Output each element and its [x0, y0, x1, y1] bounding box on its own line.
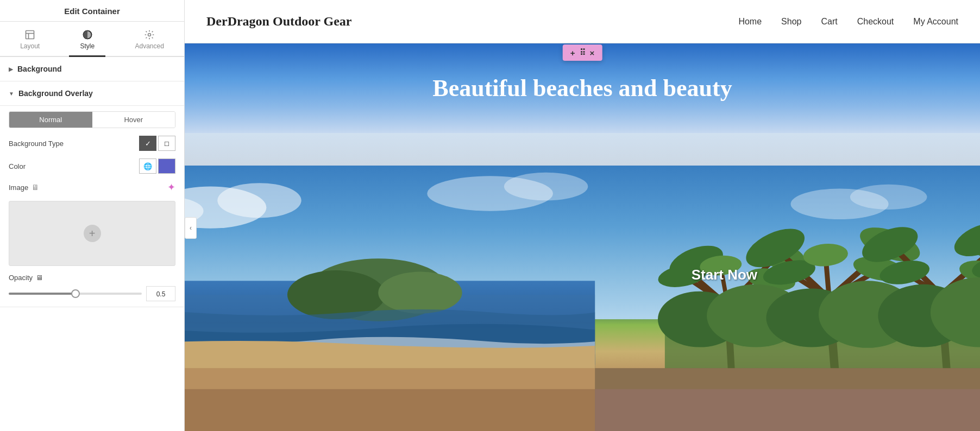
opacity-slider-track[interactable]: [9, 293, 142, 295]
svg-rect-20: [185, 389, 595, 431]
layout-icon: [24, 29, 35, 40]
background-overlay-content: Normal Hover Background Type ✓ □ Color 🌐…: [0, 106, 184, 307]
floating-toolbar: + ⠿ ×: [563, 45, 602, 61]
panel-collapse-toggle[interactable]: ‹: [185, 217, 197, 239]
beach-hero-section: Start Now: [185, 166, 980, 431]
opacity-monitor-icon: 🖥: [36, 274, 43, 282]
background-type-buttons: ✓ □: [139, 136, 175, 151]
tab-advanced-label: Advanced: [135, 42, 164, 50]
site-logo: DerDragon Outdoor Gear: [206, 14, 352, 29]
background-type-label: Background Type: [9, 140, 64, 148]
svg-rect-71: [595, 389, 980, 431]
state-tab-toggle: Normal Hover: [9, 111, 175, 128]
nav-checkout[interactable]: Checkout: [857, 17, 894, 27]
upload-plus-icon: +: [84, 225, 101, 242]
image-label-text: Image: [9, 183, 28, 192]
background-overlay-arrow: ▼: [9, 91, 14, 97]
image-monitor-icon: 🖥: [32, 183, 39, 192]
tab-layout[interactable]: Layout: [9, 26, 51, 57]
color-label: Color: [9, 162, 26, 170]
nav-shop[interactable]: Shop: [781, 17, 801, 27]
left-panel: Edit Container Layout Style: [0, 0, 185, 431]
background-section-label: Background: [17, 65, 62, 73]
svg-point-8: [217, 183, 301, 218]
background-type-row: Background Type ✓ □: [9, 136, 175, 151]
svg-rect-0: [26, 31, 34, 39]
color-preview-swatch[interactable]: [158, 159, 175, 174]
panel-title: Edit Container: [0, 0, 184, 22]
site-nav: DerDragon Outdoor Gear Home Shop Cart Ch…: [185, 0, 980, 43]
tab-style-label: Style: [80, 42, 95, 50]
nav-cart[interactable]: Cart: [821, 17, 837, 27]
toolbar-close-icon[interactable]: ×: [590, 48, 595, 58]
ai-magic-icon[interactable]: ✦: [167, 181, 175, 193]
opacity-label: Opacity 🖥: [9, 274, 43, 282]
type-btn-classic[interactable]: ✓: [139, 136, 156, 151]
nav-home[interactable]: Home: [738, 17, 762, 27]
tab-style[interactable]: Style: [69, 26, 105, 57]
state-hover-btn[interactable]: Hover: [92, 112, 175, 128]
panel-tabs: Layout Style Advanced: [0, 22, 184, 57]
beach-background: [185, 166, 980, 431]
state-normal-btn[interactable]: Normal: [9, 112, 92, 128]
type-btn-gradient[interactable]: □: [158, 136, 175, 151]
nav-links: Home Shop Cart Checkout My Account: [738, 17, 958, 27]
opacity-value-box[interactable]: 0.5: [146, 286, 175, 301]
tab-layout-label: Layout: [20, 42, 40, 50]
color-row: Color 🌐: [9, 159, 175, 174]
hero-title: Beautiful beaches and beauty: [432, 74, 732, 102]
svg-point-5: [148, 34, 151, 36]
main-content: DerDragon Outdoor Gear Home Shop Cart Ch…: [185, 0, 980, 431]
beach-svg: [185, 166, 980, 431]
image-label: Image 🖥: [9, 183, 39, 192]
svg-point-11: [504, 173, 588, 200]
background-section-header[interactable]: ▶ Background: [0, 57, 184, 81]
color-buttons: 🌐: [139, 159, 175, 174]
section-divider: [185, 133, 980, 166]
opacity-label-text: Opacity: [9, 274, 33, 282]
image-upload-area[interactable]: +: [9, 201, 175, 266]
background-overlay-section-label: Background Overlay: [18, 89, 93, 98]
style-icon: [82, 29, 93, 40]
opacity-slider-container: 0.5: [9, 286, 175, 301]
start-now-text: Start Now: [692, 267, 757, 283]
toolbar-move-icon[interactable]: ⠿: [580, 48, 586, 58]
background-overlay-section-header[interactable]: ▼ Background Overlay: [0, 81, 184, 106]
svg-point-18: [378, 272, 462, 314]
toolbar-add-icon[interactable]: +: [570, 48, 575, 58]
image-field-row: Image 🖥 ✦: [9, 181, 175, 193]
svg-point-13: [850, 185, 927, 210]
opacity-slider-thumb[interactable]: [71, 289, 80, 298]
background-arrow: ▶: [9, 66, 13, 72]
color-globe-btn[interactable]: 🌐: [139, 159, 156, 174]
opacity-row: Opacity 🖥: [9, 274, 175, 282]
tab-advanced[interactable]: Advanced: [124, 26, 174, 57]
opacity-slider-fill: [9, 293, 76, 295]
gear-icon: [144, 29, 155, 40]
nav-my-account[interactable]: My Account: [913, 17, 958, 27]
